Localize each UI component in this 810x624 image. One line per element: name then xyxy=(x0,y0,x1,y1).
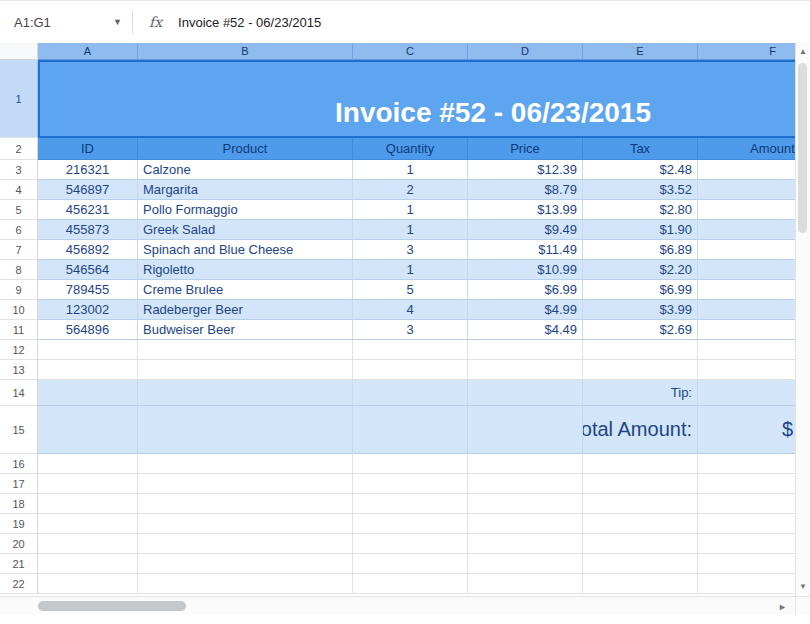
row-header-6[interactable]: 6 xyxy=(0,220,38,240)
cell[interactable] xyxy=(353,380,468,406)
cell-price[interactable]: $6.99 xyxy=(468,280,583,300)
cell-price[interactable]: $12.39 xyxy=(468,160,583,180)
row-header-17[interactable]: 17 xyxy=(0,474,38,494)
cell-amount[interactable] xyxy=(698,180,795,200)
row-header-20[interactable]: 20 xyxy=(0,534,38,554)
cell-product[interactable]: Greek Salad xyxy=(138,220,353,240)
cell-id[interactable]: 546897 xyxy=(38,180,138,200)
cell[interactable] xyxy=(583,574,698,594)
cell[interactable] xyxy=(138,454,353,474)
cell[interactable] xyxy=(138,360,353,380)
cell-amount[interactable] xyxy=(698,200,795,220)
row-header-7[interactable]: 7 xyxy=(0,240,38,260)
column-header-a[interactable]: A xyxy=(38,43,138,60)
row-header-2[interactable]: 2 xyxy=(0,138,38,160)
row-header-16[interactable]: 16 xyxy=(0,454,38,474)
scroll-right-icon[interactable]: ► xyxy=(778,602,787,612)
cell[interactable] xyxy=(698,494,795,514)
cell-quantity[interactable]: 1 xyxy=(353,160,468,180)
cell-amount[interactable] xyxy=(698,240,795,260)
cell[interactable] xyxy=(698,574,795,594)
cell[interactable] xyxy=(583,340,698,360)
row-header-14[interactable]: 14 xyxy=(0,380,38,406)
header-cell-price[interactable]: Price xyxy=(468,138,583,160)
cell[interactable] xyxy=(38,554,138,574)
cell-product[interactable]: Pollo Formaggio xyxy=(138,200,353,220)
vertical-scrollbar[interactable]: ▲ ▼ xyxy=(795,43,810,596)
cell[interactable] xyxy=(583,514,698,534)
cell[interactable] xyxy=(138,574,353,594)
total-value-cell[interactable]: $ xyxy=(698,406,795,454)
name-box-dropdown-icon[interactable]: ▼ xyxy=(113,17,122,27)
cell-tax[interactable]: $2.69 xyxy=(583,320,698,340)
header-cell-amount[interactable]: Amount xyxy=(698,138,795,160)
cell-quantity[interactable]: 1 xyxy=(353,200,468,220)
cell-quantity[interactable]: 2 xyxy=(353,180,468,200)
cell-product[interactable]: Spinach and Blue Cheese xyxy=(138,240,353,260)
row-header-10[interactable]: 10 xyxy=(0,300,38,320)
cell[interactable] xyxy=(698,360,795,380)
cell[interactable] xyxy=(698,454,795,474)
cell[interactable] xyxy=(38,406,138,454)
cell[interactable] xyxy=(698,474,795,494)
cell[interactable] xyxy=(353,454,468,474)
cell[interactable] xyxy=(38,574,138,594)
cell-quantity[interactable]: 3 xyxy=(353,320,468,340)
cell-id[interactable]: 456892 xyxy=(38,240,138,260)
cell-tax[interactable]: $2.80 xyxy=(583,200,698,220)
cell[interactable] xyxy=(583,494,698,514)
cell[interactable] xyxy=(468,340,583,360)
cell[interactable] xyxy=(38,454,138,474)
cell-id[interactable]: 216321 xyxy=(38,160,138,180)
row-header-13[interactable]: 13 xyxy=(0,360,38,380)
row-header-22[interactable]: 22 xyxy=(0,574,38,594)
row-header-1[interactable]: 1 xyxy=(0,60,38,138)
cell[interactable] xyxy=(583,554,698,574)
cell[interactable] xyxy=(468,494,583,514)
column-header-d[interactable]: D xyxy=(468,43,583,60)
column-header-f[interactable]: F xyxy=(698,43,795,60)
row-header-18[interactable]: 18 xyxy=(0,494,38,514)
cell-product[interactable]: Rigoletto xyxy=(138,260,353,280)
cell-tax[interactable]: $6.89 xyxy=(583,240,698,260)
cell[interactable] xyxy=(698,340,795,360)
cell-amount[interactable] xyxy=(698,320,795,340)
cell[interactable] xyxy=(138,534,353,554)
cell-tax[interactable]: $6.99 xyxy=(583,280,698,300)
cell[interactable] xyxy=(353,494,468,514)
cell[interactable] xyxy=(353,534,468,554)
cell-amount[interactable] xyxy=(698,280,795,300)
cell[interactable] xyxy=(138,380,353,406)
cell[interactable] xyxy=(38,514,138,534)
cell[interactable] xyxy=(468,454,583,474)
cell-price[interactable]: $11.49 xyxy=(468,240,583,260)
cell[interactable] xyxy=(38,380,138,406)
cell[interactable] xyxy=(138,494,353,514)
cell-tax[interactable]: $2.48 xyxy=(583,160,698,180)
header-cell-tax[interactable]: Tax xyxy=(583,138,698,160)
cell[interactable] xyxy=(468,554,583,574)
cell[interactable] xyxy=(468,474,583,494)
header-cell-id[interactable]: ID xyxy=(38,138,138,160)
row-header-12[interactable]: 12 xyxy=(0,340,38,360)
cell[interactable] xyxy=(468,574,583,594)
cell[interactable] xyxy=(38,534,138,554)
cell[interactable] xyxy=(138,514,353,534)
cell[interactable] xyxy=(138,340,353,360)
cell[interactable] xyxy=(138,474,353,494)
cell-price[interactable]: $13.99 xyxy=(468,200,583,220)
row-header-8[interactable]: 8 xyxy=(0,260,38,280)
cell[interactable] xyxy=(583,474,698,494)
cell[interactable] xyxy=(468,360,583,380)
cell[interactable] xyxy=(468,406,583,454)
row-header-3[interactable]: 3 xyxy=(0,160,38,180)
cell-price[interactable]: $4.99 xyxy=(468,300,583,320)
cell-id[interactable]: 546564 xyxy=(38,260,138,280)
cell[interactable] xyxy=(583,360,698,380)
cell[interactable] xyxy=(353,340,468,360)
horizontal-scrollbar[interactable]: ► xyxy=(0,596,795,615)
row-header-9[interactable]: 9 xyxy=(0,280,38,300)
cell[interactable] xyxy=(353,554,468,574)
row-header-21[interactable]: 21 xyxy=(0,554,38,574)
vertical-scrollbar-thumb[interactable] xyxy=(798,63,807,233)
